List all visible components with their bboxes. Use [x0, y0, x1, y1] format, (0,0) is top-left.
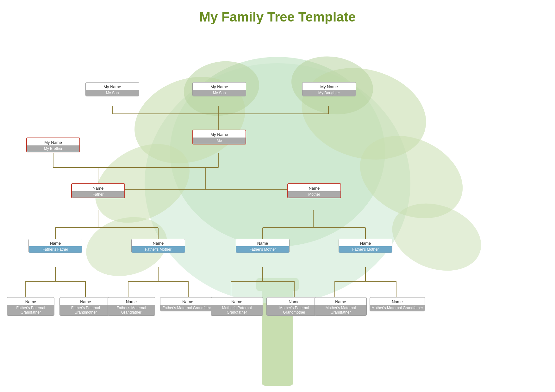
ffmg-name: Name	[108, 297, 155, 305]
son1-box[interactable]: My Name My Son	[85, 82, 139, 96]
daughter-label: My Daughter	[302, 90, 356, 96]
ffmg-label: Father's Maternal Grandfather	[108, 305, 155, 315]
father-box[interactable]: Name Father	[71, 183, 125, 198]
mm-label: Father's Mother	[339, 246, 392, 253]
ff-box[interactable]: Name Father's Father	[28, 239, 82, 253]
ff-name: Name	[29, 239, 82, 246]
mfpgm-name: Name	[267, 297, 321, 305]
mfpg-label: Mother's Paternal Grandfather	[211, 305, 263, 315]
me-box[interactable]: My Name Me	[192, 130, 246, 144]
ffpg-name: Name	[7, 297, 54, 305]
fm-box[interactable]: Name Father's Mother	[131, 239, 185, 253]
mother-box[interactable]: Name Mother	[287, 183, 341, 198]
ffpgm-name: Name	[60, 297, 111, 305]
mfpgm-box[interactable]: Name Mother's Paternal Grandmother	[266, 297, 322, 316]
brother-label: My Brother	[27, 145, 79, 152]
mm-name: Name	[339, 239, 392, 246]
fm-name: Name	[132, 239, 185, 246]
fm-label: Father's Mother	[132, 246, 185, 253]
mother-label: Mother	[288, 191, 340, 198]
mf-box[interactable]: Name Father's Mother	[236, 239, 290, 253]
ffmgm-name: Name	[160, 297, 215, 305]
ffpgm-label: Father's Paternal Grandmother	[60, 305, 111, 315]
mother-name: Name	[288, 184, 340, 191]
mfmgm-name: Name	[370, 297, 425, 305]
son2-name: My Name	[193, 83, 246, 90]
ffpgm-box[interactable]: Name Father's Paternal Grandmother	[59, 297, 112, 316]
mf-name: Name	[236, 239, 289, 246]
brother-name: My Name	[27, 138, 79, 145]
ffpg-box[interactable]: Name Father's Paternal Grandfather	[7, 297, 54, 316]
son2-box[interactable]: My Name My Son	[192, 82, 246, 96]
brother-box[interactable]: My Name My Brother	[26, 138, 80, 152]
me-label: Me	[193, 138, 246, 144]
father-label: Father	[72, 191, 124, 198]
ffmgm-label: Father's Maternal Grandfather	[160, 305, 215, 311]
mfmgm-box[interactable]: Name Mother's Maternal Grandfather	[370, 297, 425, 311]
daughter-box[interactable]: My Name My Daughter	[302, 82, 356, 96]
mfmg-name: Name	[315, 297, 366, 305]
mm-box[interactable]: Name Father's Mother	[339, 239, 392, 253]
son2-label: My Son	[193, 90, 246, 96]
son1-label: My Son	[86, 90, 139, 96]
mfpgm-label: Mother's Paternal Grandmother	[267, 305, 321, 315]
mfpg-box[interactable]: Name Mother's Paternal Grandfather	[211, 297, 263, 316]
mfmg-label: Mother's Maternal Grandfather	[315, 305, 366, 315]
page-title: My Family Tree Template	[0, 0, 555, 28]
mfmgm-label: Mother's Maternal Grandfather	[370, 305, 425, 311]
me-name: My Name	[193, 130, 246, 138]
ffmgm-box[interactable]: Name Father's Maternal Grandfather	[160, 297, 215, 311]
mf-label: Father's Mother	[236, 246, 289, 253]
ffpg-label: Father's Paternal Grandfather	[7, 305, 54, 315]
daughter-name: My Name	[302, 83, 356, 90]
ffmg-box[interactable]: Name Father's Maternal Grandfather	[108, 297, 155, 316]
father-name: Name	[72, 184, 124, 191]
son1-name: My Name	[86, 83, 139, 90]
mfmg-box[interactable]: Name Mother's Maternal Grandfather	[315, 297, 367, 316]
ff-label: Father's Father	[29, 246, 82, 253]
mfpg-name: Name	[211, 297, 263, 305]
